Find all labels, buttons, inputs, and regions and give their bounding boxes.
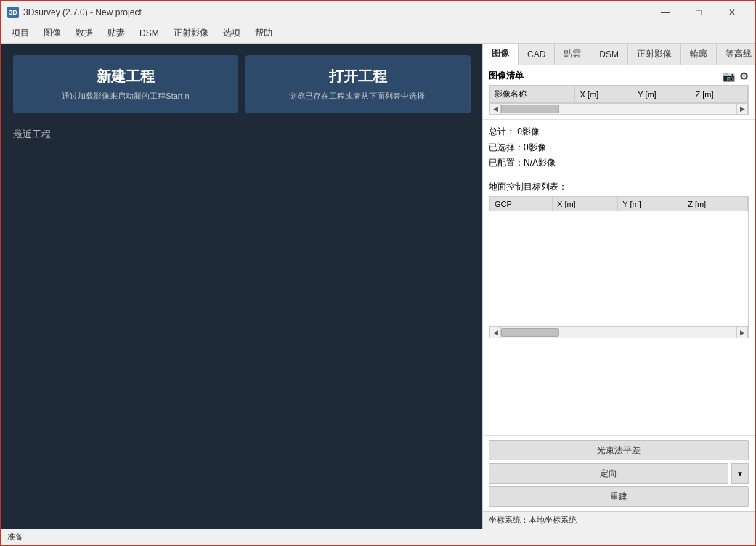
- action-buttons-area: 光束法平差 定向 ▼ 重建: [483, 436, 755, 511]
- image-list-section: 图像清单 📷 ⚙ 影像名称 X [m] Y [m] Z [m]: [483, 65, 755, 120]
- main-window: 3D 3Dsurvey (2.7.0) - New project — □ ✕ …: [0, 0, 756, 546]
- main-content: 新建工程 通过加载影像来启动新的工程Start n 打开工程 浏览已存在工程或者…: [1, 44, 755, 529]
- new-project-title: 新建工程: [97, 67, 155, 86]
- action-buttons-row: 新建工程 通过加载影像来启动新的工程Start n 打开工程 浏览已存在工程或者…: [13, 55, 471, 113]
- open-project-button[interactable]: 打开工程 浏览已存在工程或者从下面列表中选择.: [245, 55, 471, 113]
- tab-contourline[interactable]: 等高线: [717, 44, 755, 65]
- gcp-table-container[interactable]: GCP X [m] Y [m] Z [m]: [489, 196, 749, 327]
- new-project-button[interactable]: 新建工程 通过加载影像来启动新的工程Start n: [13, 55, 238, 113]
- col-gcp-z: Z [m]: [683, 197, 748, 211]
- open-project-title: 打开工程: [329, 67, 387, 86]
- stat-selected: 已选择：0影像: [489, 140, 749, 156]
- status-text: 准备: [7, 531, 23, 542]
- hscroll-track[interactable]: [501, 103, 736, 115]
- hscroll-right-arrow[interactable]: ▶: [736, 103, 748, 115]
- image-list-icons: 📷 ⚙: [723, 70, 749, 82]
- image-table-container[interactable]: 影像名称 X [m] Y [m] Z [m]: [489, 85, 749, 103]
- image-list-label: 图像清单: [489, 70, 524, 82]
- tab-images[interactable]: 图像: [483, 44, 519, 65]
- bundle-adjustment-button[interactable]: 光束法平差: [489, 440, 749, 460]
- col-gcp-x: X [m]: [553, 197, 618, 211]
- settings-icon[interactable]: ⚙: [739, 70, 749, 82]
- menu-item-options[interactable]: 选项: [216, 24, 248, 42]
- col-image-x: X [m]: [575, 86, 633, 102]
- gcp-table-hscroll[interactable]: ◀ ▶: [489, 327, 749, 338]
- gcp-hscroll-left-arrow[interactable]: ◀: [489, 327, 501, 338]
- recent-projects-label: 最近工程: [13, 128, 471, 141]
- tab-dsm[interactable]: DSM: [590, 44, 628, 65]
- gcp-hscroll-track[interactable]: [501, 327, 736, 338]
- coordinate-system-bar: 坐标系统：本地坐标系统: [483, 511, 755, 529]
- menu-item-project[interactable]: 项目: [4, 24, 36, 42]
- coordinate-system-text: 坐标系统：本地坐标系统: [489, 515, 577, 526]
- orientation-button-row: 定向 ▼: [489, 463, 749, 484]
- tab-pointcloud[interactable]: 點雲: [555, 44, 590, 65]
- menu-bar: 项目 图像 数据 贴妻 DSM 正射影像 选项 帮助: [1, 23, 755, 44]
- gcp-section: 地面控制目标列表： GCP X [m] Y [m] Z [m]: [483, 176, 755, 436]
- col-image-z: Z [m]: [691, 86, 747, 102]
- left-panel: 新建工程 通过加载影像来启动新的工程Start n 打开工程 浏览已存在工程或者…: [1, 44, 482, 529]
- hscroll-left-arrow[interactable]: ◀: [489, 103, 501, 115]
- menu-item-data[interactable]: 数据: [68, 24, 100, 42]
- gcp-table: GCP X [m] Y [m] Z [m]: [489, 197, 748, 211]
- right-panel: 图像 CAD 點雲 DSM 正射影像 輪廓 等高线 ▶ 图像清单 📷 ⚙: [482, 44, 755, 529]
- gcp-hscroll-thumb: [501, 328, 559, 337]
- image-table-hscroll[interactable]: ◀ ▶: [489, 103, 749, 115]
- tab-orthophoto[interactable]: 正射影像: [628, 44, 681, 65]
- gcp-label: 地面控制目标列表：: [489, 181, 749, 193]
- stats-area: 总计： 0影像 已选择：0影像 已配置：N/A影像: [483, 120, 755, 176]
- col-image-name: 影像名称: [490, 86, 575, 102]
- menu-item-dsm[interactable]: DSM: [132, 25, 166, 41]
- image-list-header: 图像清单 📷 ⚙: [489, 70, 749, 82]
- image-table-header-row: 影像名称 X [m] Y [m] Z [m]: [490, 86, 748, 102]
- close-button[interactable]: ✕: [715, 1, 749, 23]
- rebuild-button[interactable]: 重建: [489, 486, 749, 507]
- image-table: 影像名称 X [m] Y [m] Z [m]: [489, 86, 748, 102]
- stat-configured: 已配置：N/A影像: [489, 155, 749, 171]
- col-gcp-y: Y [m]: [618, 197, 683, 211]
- menu-item-help[interactable]: 帮助: [248, 24, 280, 42]
- app-icon: 3D: [7, 7, 19, 18]
- window-title: 3Dsurvey (2.7.0) - New project: [23, 7, 649, 17]
- gcp-hscroll-right-arrow[interactable]: ▶: [736, 327, 748, 338]
- menu-item-texture[interactable]: 贴妻: [100, 24, 132, 42]
- stat-total: 总计： 0影像: [489, 124, 749, 140]
- status-bar: 准备: [1, 529, 755, 545]
- minimize-button[interactable]: —: [649, 1, 682, 23]
- menu-item-image[interactable]: 图像: [36, 24, 68, 42]
- tab-cad[interactable]: CAD: [519, 44, 555, 65]
- orientation-button[interactable]: 定向: [489, 463, 728, 484]
- camera-icon[interactable]: 📷: [723, 70, 735, 82]
- orientation-dropdown-button[interactable]: ▼: [731, 463, 749, 484]
- window-controls: — □ ✕: [649, 1, 749, 23]
- open-project-subtitle: 浏览已存在工程或者从下面列表中选择.: [283, 91, 433, 102]
- col-gcp-name: GCP: [490, 197, 553, 211]
- title-bar: 3D 3Dsurvey (2.7.0) - New project — □ ✕: [1, 1, 755, 23]
- tab-bar: 图像 CAD 點雲 DSM 正射影像 輪廓 等高线 ▶: [483, 44, 755, 65]
- new-project-subtitle: 通过加载影像来启动新的工程Start n: [56, 91, 195, 102]
- gcp-table-header-row: GCP X [m] Y [m] Z [m]: [490, 197, 748, 211]
- hscroll-thumb: [501, 105, 559, 113]
- maximize-button[interactable]: □: [682, 1, 715, 23]
- menu-item-orthophoto[interactable]: 正射影像: [166, 24, 216, 42]
- col-image-y: Y [m]: [633, 86, 691, 102]
- tab-contour[interactable]: 輪廓: [681, 44, 717, 65]
